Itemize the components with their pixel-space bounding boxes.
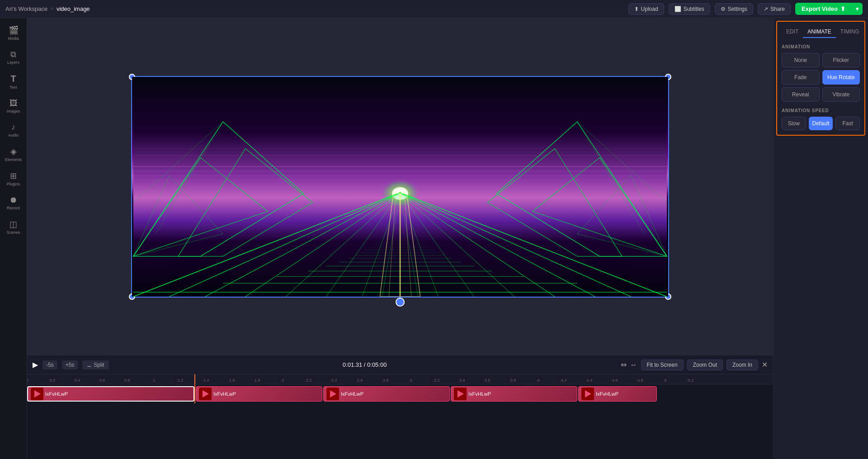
upload-button[interactable]: ⬆ Upload — [628, 3, 664, 15]
zoom-in-button[interactable]: Zoom In — [726, 360, 758, 370]
timeline-controls: ▶ -5s +5s ⚊ Split 0:01.31 / 0:05:00 ⇔ ↔ … — [27, 355, 773, 374]
speed-section-label: ANIMATION SPEED — [782, 108, 860, 113]
track-clip[interactable]: IxFvHLwP — [578, 386, 657, 402]
sidebar-item-audio[interactable]: ♪ Audio — [2, 119, 25, 141]
animation-section-label: ANIMATION — [782, 44, 860, 49]
anim-fade-button[interactable]: Fade — [782, 70, 820, 85]
breadcrumb: Ari's Workspace > video_image — [5, 5, 90, 12]
ruler-label: :0.2 — [48, 378, 55, 383]
breadcrumb-separator: > — [50, 5, 54, 12]
right-panel: EDIT ANIMATE TIMING ANIMATION None Flick… — [773, 18, 868, 459]
sidebar-item-layers[interactable]: ⧉ Layers — [2, 46, 25, 68]
ruler-label: :1 — [152, 378, 156, 383]
export-dropdown-button[interactable]: ▾ — [852, 3, 863, 15]
ruler-label: :5.2 — [687, 378, 693, 383]
media-icon: 🎬 — [9, 25, 19, 35]
layers-icon: ⧉ — [10, 50, 16, 59]
canvas-drag-handle[interactable] — [396, 298, 405, 307]
tab-timing[interactable]: TIMING — [836, 26, 864, 38]
clip-name: IxFvHLwP — [596, 391, 618, 397]
ruler-label: :4.6 — [611, 378, 618, 383]
clip-name: IxFvHLwP — [213, 391, 236, 397]
fit-to-screen-button[interactable]: Fit to Screen — [641, 360, 684, 370]
zoom-icon-left[interactable]: ⇔ — [621, 360, 627, 369]
animation-grid: None Flicker Fade Hue Rotate Reveal Vibr… — [782, 53, 860, 102]
panel-tabs: EDIT ANIMATE TIMING — [782, 26, 860, 38]
track-clip[interactable]: IxFvHLwP — [451, 386, 577, 402]
ruler-label: :1.8 — [253, 378, 260, 383]
close-timeline-button[interactable]: ✕ — [762, 360, 768, 369]
speed-fast-button[interactable]: Fast — [835, 117, 860, 130]
play-button[interactable]: ▶ — [33, 360, 38, 369]
sidebar-item-elements[interactable]: ◈ Elements — [2, 143, 25, 166]
timeline-empty-area — [27, 405, 773, 459]
ruler-tick-container: 0 :0.2 :0.4 :0.6 :0.8 :1 :1.2 :1.4 :1.6 … — [27, 374, 773, 384]
timeline-tracks: IxFvHLwP IxFvHLwP — [27, 384, 773, 405]
zoom-icon-right[interactable]: ↔ — [630, 361, 637, 369]
clip-thumbnail — [31, 388, 43, 400]
anim-flicker-button[interactable]: Flicker — [822, 53, 860, 67]
track-clip[interactable]: IxFvHLwP — [323, 386, 450, 402]
text-icon: T — [10, 74, 16, 84]
playhead-ruler[interactable] — [194, 374, 195, 384]
anim-reveal-button[interactable]: Reveal — [782, 87, 820, 102]
main-area: 🎬 Media ⧉ Layers T Text 🖼 Images ♪ Audio… — [0, 18, 868, 459]
canvas-background — [132, 77, 668, 297]
subtitles-button[interactable]: ⬜ Subtitles — [669, 3, 710, 15]
left-sidebar: 🎬 Media ⧉ Layers T Text 🖼 Images ♪ Audio… — [0, 18, 27, 459]
subtitles-icon: ⬜ — [675, 6, 681, 12]
anim-none-button[interactable]: None — [782, 53, 820, 67]
ruler-label: :1.2 — [176, 378, 183, 383]
ruler-label: :2.6 — [356, 378, 363, 383]
ruler-label: :3.8 — [509, 378, 516, 383]
track-clip[interactable]: IxFvHLwP — [196, 386, 322, 402]
tab-edit[interactable]: EDIT — [782, 26, 803, 38]
gear-icon: ⚙ — [721, 6, 726, 12]
sidebar-item-media[interactable]: 🎬 Media — [2, 22, 25, 44]
clip-name: IxFvHLwP — [468, 391, 491, 397]
export-video-button[interactable]: Export Video ⬆ — [795, 3, 852, 15]
canvas-container[interactable] — [27, 18, 773, 355]
clip-thumbnail — [581, 388, 594, 400]
split-button[interactable]: ⚊ Split — [82, 360, 108, 369]
skip-forward-button[interactable]: +5s — [62, 360, 78, 369]
anim-hue-rotate-button[interactable]: Hue Rotate — [822, 70, 860, 85]
speed-default-button[interactable]: Default — [809, 117, 833, 130]
anim-vibrate-button[interactable]: Vibrate — [822, 87, 860, 102]
sidebar-item-scenes[interactable]: ◫ Scenes — [2, 216, 25, 238]
ruler-label: :0.8 — [123, 378, 130, 383]
skip-back-button[interactable]: -5s — [42, 360, 57, 369]
sidebar-item-plugins[interactable]: ⊞ Plugins — [2, 167, 25, 190]
ruler-label: :1.6 — [228, 378, 235, 383]
ruler-label: :5 — [663, 378, 667, 383]
settings-button[interactable]: ⚙ Settings — [715, 3, 753, 15]
share-icon: ↗ — [764, 6, 768, 12]
ruler-label: :1.4 — [202, 378, 209, 383]
tab-animate[interactable]: ANIMATE — [803, 26, 835, 38]
ruler-label: :4.8 — [636, 378, 643, 383]
zoom-out-button[interactable]: Zoom Out — [687, 360, 723, 370]
ruler-label: 0 — [27, 378, 28, 383]
ruler-label: :2.4 — [330, 378, 337, 383]
ruler-label: :2.2 — [305, 378, 311, 383]
center-area: ▶ -5s +5s ⚊ Split 0:01.31 / 0:05:00 ⇔ ↔ … — [27, 18, 773, 459]
timeline-zoom-controls: ⇔ ↔ Fit to Screen Zoom Out Zoom In ✕ — [621, 360, 768, 370]
track-clip[interactable]: IxFvHLwP — [27, 386, 194, 402]
video-canvas[interactable] — [131, 76, 669, 298]
clip-name: IxFvHLwP — [341, 391, 363, 397]
synthwave-scene — [132, 77, 668, 297]
playhead-track[interactable] — [194, 384, 195, 403]
sidebar-item-images[interactable]: 🖼 Images — [2, 95, 25, 117]
ruler-label: :3.4 — [458, 378, 465, 383]
share-button[interactable]: ↗ Share — [758, 3, 791, 15]
speed-slow-button[interactable]: Slow — [782, 117, 806, 130]
ruler-label: :4.2 — [560, 378, 566, 383]
clip-name: IxFvHLwP — [45, 391, 68, 397]
export-group: Export Video ⬆ ▾ — [795, 3, 863, 15]
time-display: 0:01.31 / 0:05:00 — [113, 361, 616, 368]
ruler-label: :3 — [409, 378, 412, 383]
sidebar-item-text[interactable]: T Text — [2, 70, 25, 93]
workspace-link[interactable]: Ari's Workspace — [5, 5, 47, 12]
audio-icon: ♪ — [11, 123, 15, 132]
sidebar-item-record[interactable]: ⏺ Record — [2, 192, 25, 214]
